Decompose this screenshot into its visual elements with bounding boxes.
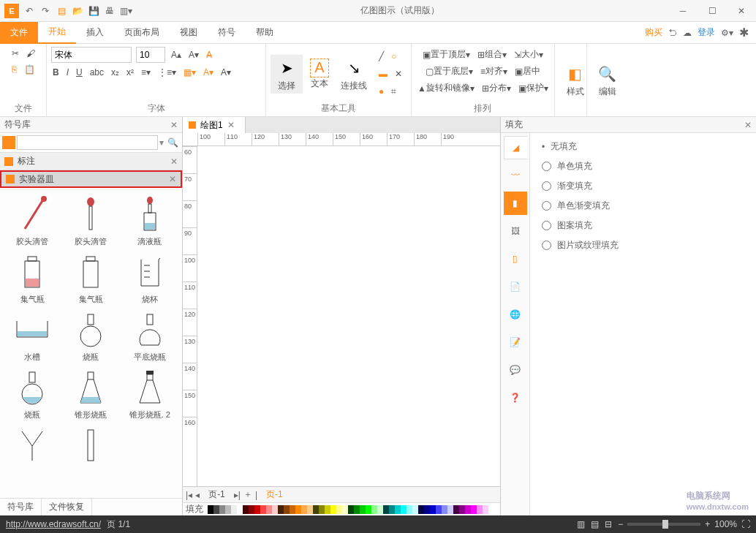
- color-swatch[interactable]: [307, 505, 313, 514]
- color-swatch[interactable]: [313, 505, 319, 514]
- color-swatch[interactable]: [366, 505, 371, 514]
- color-swatch[interactable]: [430, 505, 436, 514]
- bring-front-button[interactable]: ▣ 置于顶层▾: [421, 47, 472, 62]
- color-swatch[interactable]: [272, 505, 278, 514]
- color-swatch[interactable]: [208, 505, 213, 514]
- symbol-search-input[interactable]: [17, 135, 158, 150]
- proptab-doc-icon[interactable]: 📄: [504, 275, 527, 298]
- tab-help[interactable]: 帮助: [246, 22, 284, 44]
- fill-opt-pattern[interactable]: 图案填充: [542, 219, 744, 232]
- page-prev-icon[interactable]: ◂: [195, 490, 200, 500]
- cancel-shape-icon[interactable]: ✕: [393, 67, 404, 80]
- view-mode-icon-1[interactable]: ▥: [577, 519, 585, 529]
- color-swatch[interactable]: [231, 505, 237, 514]
- share-icon[interactable]: ⮌: [668, 28, 677, 38]
- cut-icon[interactable]: ✂: [10, 47, 20, 60]
- proptab-layer-icon[interactable]: ▯: [504, 247, 527, 271]
- color-swatch[interactable]: [301, 505, 307, 514]
- settings-icon[interactable]: ⚙▾: [721, 28, 733, 38]
- color-swatch[interactable]: [348, 505, 354, 514]
- color-swatch[interactable]: [354, 505, 360, 514]
- color-swatch[interactable]: [477, 505, 483, 514]
- shape-flask-flat[interactable]: 平底烧瓶: [122, 308, 178, 363]
- color-swatch[interactable]: [319, 505, 325, 514]
- color-swatch[interactable]: [330, 505, 336, 514]
- cloud-icon[interactable]: ☁: [683, 28, 692, 38]
- symbol-home-icon[interactable]: [2, 136, 15, 149]
- color-swatch[interactable]: [401, 505, 407, 514]
- superscript-icon[interactable]: x²: [125, 66, 135, 79]
- bottom-tab-symbols[interactable]: 符号库: [0, 499, 42, 515]
- login-link[interactable]: 登录: [698, 26, 715, 39]
- maximize-button[interactable]: ☐: [698, 0, 727, 22]
- shape-flask-round[interactable]: 烧瓶: [63, 308, 118, 363]
- lib-close-icon[interactable]: ✕: [170, 156, 178, 167]
- subscript-icon[interactable]: x₂: [110, 66, 121, 79]
- zoom-slider[interactable]: [627, 523, 700, 526]
- proptab-shadow-icon[interactable]: ▮: [504, 192, 527, 215]
- color-swatch[interactable]: [213, 505, 219, 514]
- line-spacing-icon[interactable]: ≡▾: [140, 66, 152, 79]
- color-swatch[interactable]: [254, 505, 260, 514]
- bottom-tab-recovery[interactable]: 文件恢复: [42, 499, 92, 515]
- fill-panel-close[interactable]: ✕: [744, 120, 752, 130]
- copy-icon[interactable]: ⎘: [10, 63, 18, 76]
- tab-view[interactable]: 视图: [170, 22, 208, 44]
- shape-beaker[interactable]: 烧杯: [122, 250, 178, 305]
- color-swatch[interactable]: [266, 505, 272, 514]
- proptab-note-icon[interactable]: 📝: [504, 330, 527, 354]
- open-icon[interactable]: 📂: [72, 5, 83, 17]
- shape-drop-bottle[interactable]: 滴液瓶: [122, 192, 178, 247]
- redo-icon[interactable]: ↷: [39, 5, 51, 17]
- shape-trough[interactable]: 水槽: [4, 308, 60, 363]
- fill-opt-mono-gradient[interactable]: 单色渐变填充: [542, 200, 744, 212]
- fill-opt-gradient[interactable]: 渐变填充: [542, 180, 744, 192]
- fill-opt-solid[interactable]: 单色填充: [542, 160, 744, 173]
- send-back-button[interactable]: ▢ 置于底层▾: [424, 64, 475, 79]
- bullets-icon[interactable]: ⋮≡▾: [156, 66, 178, 79]
- grow-font-icon[interactable]: A▴: [170, 48, 183, 61]
- color-swatch[interactable]: [377, 505, 383, 514]
- color-swatch[interactable]: [418, 505, 424, 514]
- color-swatch[interactable]: [395, 505, 401, 514]
- highlight-icon[interactable]: A▾: [202, 66, 215, 79]
- new-icon[interactable]: ▤: [56, 5, 67, 17]
- buy-link[interactable]: 购买: [645, 26, 662, 39]
- italic-icon[interactable]: I: [65, 66, 70, 79]
- proptab-comment-icon[interactable]: 💬: [504, 358, 527, 382]
- color-swatch[interactable]: [436, 505, 442, 514]
- proptab-image-icon[interactable]: 🖼: [504, 219, 527, 243]
- font-color-icon[interactable]: A▾: [219, 66, 233, 79]
- file-menu[interactable]: 文件: [0, 22, 38, 44]
- color-swatch[interactable]: [459, 505, 465, 514]
- color-swatch[interactable]: [453, 505, 459, 514]
- color-swatch[interactable]: [371, 505, 377, 514]
- color-swatch[interactable]: [278, 505, 284, 514]
- zoom-in-icon[interactable]: +: [705, 519, 710, 529]
- circle-shape-icon[interactable]: ○: [390, 50, 398, 63]
- clear-format-icon[interactable]: A̶: [205, 48, 213, 61]
- page-active[interactable]: 页-1: [260, 488, 289, 501]
- color-swatch[interactable]: [342, 505, 348, 514]
- page-first-icon[interactable]: |◂: [186, 490, 192, 500]
- page-add-icon[interactable]: ＋: [243, 488, 252, 501]
- color-swatch[interactable]: [290, 505, 295, 514]
- shape-flask-2[interactable]: 烧瓶: [4, 366, 60, 420]
- status-url[interactable]: http://www.edrawsoft.cn/: [6, 519, 101, 529]
- text-tool[interactable]: A文本: [306, 57, 333, 91]
- rect-shape-icon[interactable]: ▬: [377, 67, 389, 80]
- minimize-button[interactable]: ─: [668, 0, 698, 22]
- color-swatch[interactable]: [389, 505, 395, 514]
- zoom-out-icon[interactable]: −: [618, 519, 623, 529]
- proptab-help-icon[interactable]: ❓: [504, 386, 527, 409]
- print-icon[interactable]: 🖶: [104, 5, 116, 17]
- color-swatch[interactable]: [225, 505, 231, 514]
- zoom-fit-icon[interactable]: ⛶: [741, 519, 750, 529]
- shape-erlenmeyer-2[interactable]: 锥形烧瓶. 2: [122, 366, 178, 420]
- view-mode-icon-2[interactable]: ▤: [591, 519, 599, 529]
- shape-tube[interactable]: [63, 423, 118, 467]
- rotate-button[interactable]: ▲ 旋转和镜像▾: [416, 80, 476, 96]
- color-swatch[interactable]: [483, 505, 488, 514]
- align-button[interactable]: ≡ 对齐▾: [479, 64, 509, 79]
- format-painter-icon[interactable]: 🖌: [25, 47, 37, 60]
